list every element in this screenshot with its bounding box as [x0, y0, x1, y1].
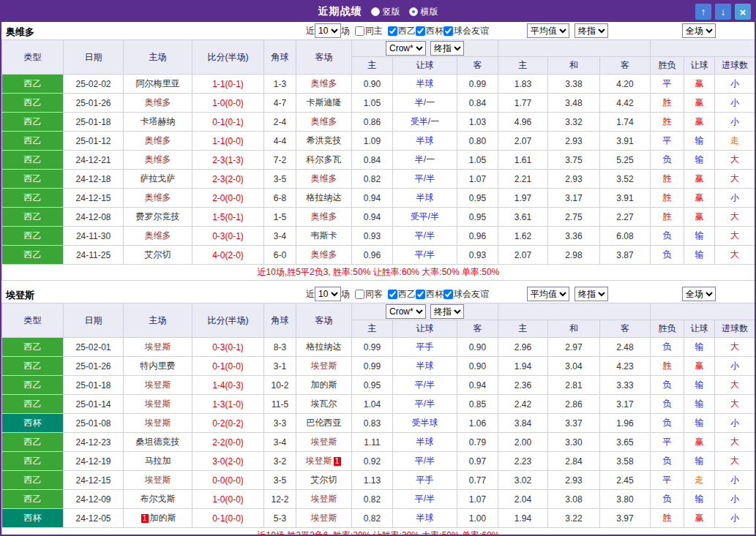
- home-team-cell[interactable]: 奥维多: [124, 189, 192, 208]
- odds-time-select[interactable]: 终指: [430, 304, 464, 319]
- away-team-cell[interactable]: 埃登斯: [296, 509, 352, 528]
- away-team-cell[interactable]: 埃登斯1: [296, 452, 352, 471]
- result-cell: 负: [651, 227, 684, 246]
- home-team-cell[interactable]: 1加的斯: [124, 509, 192, 528]
- home-team-cell[interactable]: 奥维多: [124, 227, 192, 246]
- league-cup-checkbox[interactable]: [416, 26, 425, 36]
- league-liga2-checkbox[interactable]: [388, 26, 397, 36]
- close-button[interactable]: ×: [735, 4, 751, 20]
- league-checkbox-label[interactable]: 球会友谊: [444, 288, 489, 301]
- col-date: 日期: [64, 303, 124, 338]
- score-cell[interactable]: 1-1(0-0): [192, 132, 264, 151]
- scope-select[interactable]: 全场: [682, 287, 716, 301]
- home-team-cell[interactable]: 埃登斯: [124, 414, 192, 433]
- score-cell[interactable]: 2-3(2-0): [192, 170, 264, 189]
- home-team-cell[interactable]: 萨拉戈萨: [124, 170, 192, 189]
- score-cell[interactable]: 1-0(0-0): [192, 490, 264, 509]
- away-team-cell[interactable]: 埃登斯: [296, 357, 352, 376]
- away-team-cell[interactable]: 韦斯卡: [296, 227, 352, 246]
- away-team-cell[interactable]: 奥维多: [296, 208, 352, 227]
- score-cell[interactable]: 4-0(2-0): [192, 246, 264, 265]
- move-down-button[interactable]: ↓: [715, 4, 731, 20]
- away-team-cell[interactable]: 巴伦西亚: [296, 414, 352, 433]
- home-team-cell[interactable]: 埃登斯: [124, 471, 192, 490]
- away-team-cell[interactable]: 奥维多: [296, 246, 352, 265]
- away-team-cell[interactable]: 希洪竞技: [296, 132, 352, 151]
- away-team-cell[interactable]: 奥维多: [296, 113, 352, 132]
- odds-source-select[interactable]: Crow*: [386, 304, 426, 319]
- score-cell[interactable]: 2-0(0-0): [192, 189, 264, 208]
- home-team-cell[interactable]: 马拉加: [124, 452, 192, 471]
- score-cell[interactable]: 0-3(0-1): [192, 227, 264, 246]
- team-name: 埃登斯: [145, 380, 171, 390]
- average-time-select[interactable]: 终指: [575, 23, 608, 38]
- score-cell[interactable]: 3-0(2-0): [192, 452, 264, 471]
- away-team-cell[interactable]: 埃登斯: [296, 433, 352, 452]
- home-team-cell[interactable]: 艾尔切: [124, 246, 192, 265]
- games-count-select[interactable]: 10: [315, 287, 341, 301]
- league-checkbox-label[interactable]: 西杯: [416, 288, 444, 301]
- away-team-cell[interactable]: 加的斯: [296, 376, 352, 395]
- average-select[interactable]: 平均值: [527, 23, 569, 38]
- away-team-cell[interactable]: 卡斯迪隆: [296, 94, 352, 113]
- home-team-cell[interactable]: 费罗尔竞技: [124, 208, 192, 227]
- home-team-cell[interactable]: 埃登斯: [124, 338, 192, 357]
- home-team-cell[interactable]: 布尔戈斯: [124, 490, 192, 509]
- league-checkbox-label[interactable]: 西杯: [416, 25, 444, 37]
- scope-select[interactable]: 全场: [682, 23, 716, 38]
- score-cell[interactable]: 0-2(0-2): [192, 414, 264, 433]
- home-team-cell[interactable]: 埃登斯: [124, 395, 192, 414]
- league-cup-checkbox[interactable]: [416, 290, 425, 299]
- league-checkbox-label[interactable]: 西乙: [388, 25, 416, 37]
- away-team-cell[interactable]: 科尔多瓦: [296, 151, 352, 170]
- home-team-cell[interactable]: 埃登斯: [124, 376, 192, 395]
- score-cell[interactable]: 1-3(1-0): [192, 395, 264, 414]
- odds-time-select[interactable]: 终指: [430, 41, 464, 56]
- score-cell[interactable]: 1-1(0-1): [192, 75, 264, 94]
- score-cell[interactable]: 1-0(0-0): [192, 94, 264, 113]
- home-team-cell[interactable]: 奥维多: [124, 132, 192, 151]
- away-team-cell[interactable]: 艾尔切: [296, 471, 352, 490]
- score-cell[interactable]: 2-3(1-3): [192, 151, 264, 170]
- average-time-select[interactable]: 终指: [575, 287, 608, 301]
- avg-draw-cell: 3.75: [548, 151, 600, 170]
- league-friendly-checkbox[interactable]: [444, 290, 453, 299]
- score-cell[interactable]: 0-3(0-1): [192, 338, 264, 357]
- score-cell[interactable]: 0-0(0-0): [192, 471, 264, 490]
- same-venue-checkbox[interactable]: [355, 290, 364, 299]
- layout-radio-vertical[interactable]: 竖版: [371, 6, 400, 18]
- home-team-cell[interactable]: 特内里费: [124, 357, 192, 376]
- avg-away-cell: 2.27: [600, 208, 651, 227]
- average-select[interactable]: 平均值: [527, 287, 569, 301]
- away-team-cell[interactable]: 格拉纳达: [296, 189, 352, 208]
- home-team-cell[interactable]: 卡塔赫纳: [124, 113, 192, 132]
- score-cell[interactable]: 0-1(0-0): [192, 509, 264, 528]
- date-cell: 24-12-23: [64, 433, 124, 452]
- away-team-cell[interactable]: 埃瓦尔: [296, 395, 352, 414]
- home-team-cell[interactable]: 奥维多: [124, 94, 192, 113]
- score-cell[interactable]: 0-1(0-0): [192, 357, 264, 376]
- same-venue-checkbox-label[interactable]: 同客: [355, 288, 383, 301]
- games-count-select[interactable]: 10: [315, 23, 341, 38]
- match-row: 西乙25-01-14埃登斯1-3(1-0)11-5埃瓦尔1.04平/半0.852…: [2, 395, 755, 414]
- score-cell[interactable]: 0-1(0-1): [192, 113, 264, 132]
- move-up-button[interactable]: ↑: [695, 4, 711, 20]
- home-team-cell[interactable]: 桑坦德竞技: [124, 433, 192, 452]
- away-team-cell[interactable]: 奥维多: [296, 170, 352, 189]
- score-cell[interactable]: 1-5(0-1): [192, 208, 264, 227]
- same-venue-checkbox-label[interactable]: 同主: [355, 25, 383, 37]
- league-checkbox-label[interactable]: 西乙: [388, 288, 416, 301]
- away-team-cell[interactable]: 埃登斯: [296, 490, 352, 509]
- home-team-cell[interactable]: 阿尔梅里亚: [124, 75, 192, 94]
- league-checkbox-label[interactable]: 球会友谊: [444, 25, 489, 37]
- same-venue-checkbox[interactable]: [355, 26, 364, 36]
- league-friendly-checkbox[interactable]: [444, 26, 453, 36]
- home-team-cell[interactable]: 奥维多: [124, 151, 192, 170]
- odds-source-select[interactable]: Crow*: [386, 41, 426, 56]
- score-cell[interactable]: 2-2(0-0): [192, 433, 264, 452]
- league-liga2-checkbox[interactable]: [388, 290, 397, 299]
- layout-radio-horizontal[interactable]: 横版: [409, 6, 438, 18]
- away-team-cell[interactable]: 奥维多: [296, 75, 352, 94]
- away-team-cell[interactable]: 格拉纳达: [296, 338, 352, 357]
- score-cell[interactable]: 1-4(0-3): [192, 376, 264, 395]
